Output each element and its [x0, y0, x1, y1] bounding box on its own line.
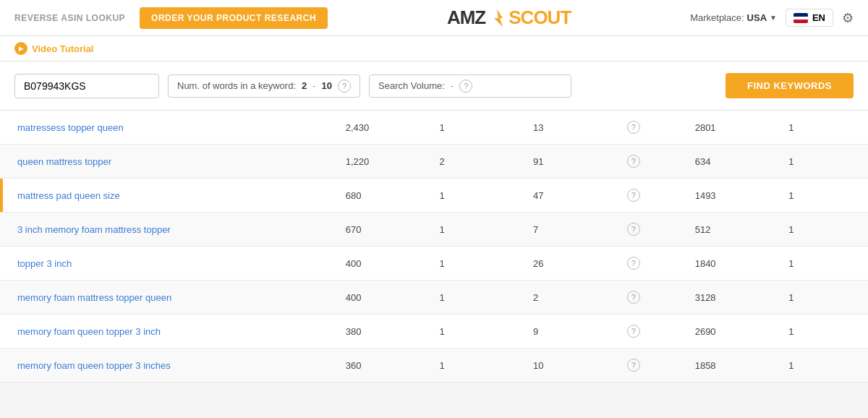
svg-marker-0	[494, 9, 503, 27]
keyword-max: 10	[322, 80, 332, 91]
num-cell: 1	[774, 145, 868, 179]
num-cell: 1,220	[331, 145, 425, 179]
video-tutorial-label: Video Tutorial	[32, 43, 93, 54]
search-volume-help-icon[interactable]: ?	[459, 80, 472, 93]
num-cell: 512	[681, 213, 775, 247]
keyword-cell[interactable]: mattress pad queen size	[3, 179, 331, 213]
settings-icon[interactable]: ⚙	[842, 10, 854, 26]
logo-icon	[487, 8, 507, 28]
keyword-range-sep: -	[312, 80, 315, 91]
num-cell: 380	[331, 315, 425, 349]
table-row: queen mattress topper1,220291?6341	[0, 145, 868, 179]
keyword-cell[interactable]: memory foam queen topper 3 inches	[3, 349, 331, 383]
keyword-cell[interactable]: memory foam queen topper 3 inch	[3, 315, 331, 349]
num-cell: 9	[519, 315, 613, 349]
num-cell: 10	[519, 349, 613, 383]
row-help-icon[interactable]: ?	[627, 223, 640, 236]
num-cell: 1840	[681, 247, 775, 281]
find-keywords-button[interactable]: FIND KEYWORDS	[726, 73, 854, 98]
help-icon-cell: ?	[613, 111, 681, 145]
keyword-min: 2	[302, 80, 307, 91]
num-cell: 1	[774, 315, 868, 349]
num-cell: 2	[425, 145, 519, 179]
marketplace-label: Marketplace:	[690, 12, 744, 23]
logo-amz-text: AMZ	[447, 7, 485, 29]
row-help-icon[interactable]: ?	[627, 359, 640, 372]
num-cell: 7	[519, 213, 613, 247]
keyword-cell[interactable]: 3 inch memory foam mattress topper	[3, 213, 331, 247]
help-icon-cell: ?	[613, 315, 681, 349]
flag-icon	[793, 13, 808, 23]
row-help-icon[interactable]: ?	[627, 325, 640, 338]
keyword-cell[interactable]: queen mattress topper	[3, 145, 331, 179]
num-cell: 1	[425, 213, 519, 247]
num-cell: 1	[425, 111, 519, 145]
num-cell: 1	[425, 247, 519, 281]
row-help-icon[interactable]: ?	[627, 155, 640, 168]
row-help-icon[interactable]: ?	[627, 257, 640, 270]
help-icon-cell: ?	[613, 179, 681, 213]
marketplace-value: USA	[747, 12, 767, 23]
table-row: topper 3 inch400126?18401	[0, 247, 868, 281]
table-row: 3 inch memory foam mattress topper67017?…	[0, 213, 868, 247]
results-table: matressess topper queen2,430113?28011que…	[0, 111, 868, 383]
row-help-icon[interactable]: ?	[627, 291, 640, 304]
marketplace-selector[interactable]: Marketplace: USA ▼	[690, 12, 777, 23]
num-cell: 47	[519, 179, 613, 213]
num-cell: 1	[774, 281, 868, 315]
table-row: memory foam queen topper 3 inches360110?…	[0, 349, 868, 383]
search-bar: Num. of words in a keyword: 2 - 10 ? Sea…	[0, 61, 868, 111]
num-cell: 1	[774, 213, 868, 247]
num-cell: 2801	[681, 111, 775, 145]
header-left: REVERSE ASIN LOOKUP ORDER YOUR PRODUCT R…	[14, 7, 328, 29]
language-button[interactable]: EN	[786, 9, 833, 27]
help-icon-cell: ?	[613, 281, 681, 315]
table-row: matressess topper queen2,430113?28011	[0, 111, 868, 145]
help-icon-cell: ?	[613, 349, 681, 383]
num-cell: 1	[425, 281, 519, 315]
num-cell: 1	[425, 349, 519, 383]
keyword-cell[interactable]: memory foam mattress topper queen	[3, 281, 331, 315]
marketplace-dropdown-icon: ▼	[770, 14, 777, 22]
help-icon-cell: ?	[613, 213, 681, 247]
search-volume-control: Search Volume: - ?	[369, 74, 571, 98]
help-icon-cell: ?	[613, 247, 681, 281]
search-volume-label: Search Volume:	[378, 80, 445, 91]
num-cell: 1	[774, 247, 868, 281]
header-right: Marketplace: USA ▼ EN ⚙	[690, 9, 854, 27]
search-volume-dash: -	[451, 80, 454, 91]
keyword-cell[interactable]: topper 3 inch	[3, 247, 331, 281]
header: REVERSE ASIN LOOKUP ORDER YOUR PRODUCT R…	[0, 0, 868, 36]
num-cell: 1	[425, 315, 519, 349]
reverse-asin-label: REVERSE ASIN LOOKUP	[14, 13, 125, 23]
num-cell: 26	[519, 247, 613, 281]
video-tutorial-link[interactable]: ▶ Video Tutorial	[14, 42, 854, 55]
num-cell: 2690	[681, 315, 775, 349]
num-cell: 1	[774, 179, 868, 213]
row-help-icon[interactable]: ?	[627, 121, 640, 134]
num-cell: 360	[331, 349, 425, 383]
lang-code: EN	[812, 12, 825, 23]
num-cell: 13	[519, 111, 613, 145]
order-product-research-button[interactable]: ORDER YOUR PRODUCT RESEARCH	[140, 7, 328, 29]
play-icon: ▶	[14, 42, 27, 55]
num-cell: 1	[774, 349, 868, 383]
num-cell: 1493	[681, 179, 775, 213]
asin-input[interactable]	[14, 74, 159, 98]
logo: AMZ SCOUT	[447, 7, 571, 29]
row-help-icon[interactable]: ?	[627, 189, 640, 202]
keyword-range-help-icon[interactable]: ?	[338, 80, 351, 93]
num-cell: 1858	[681, 349, 775, 383]
logo-scout-text: SCOUT	[509, 7, 571, 29]
table-row: mattress pad queen size680147?14931	[0, 179, 868, 213]
num-cell: 1	[774, 111, 868, 145]
num-cell: 1	[425, 179, 519, 213]
num-cell: 680	[331, 179, 425, 213]
keyword-cell[interactable]: matressess topper queen	[3, 111, 331, 145]
num-cell: 400	[331, 247, 425, 281]
num-cell: 3128	[681, 281, 775, 315]
num-cell: 670	[331, 213, 425, 247]
table-row: memory foam mattress topper queen40012?3…	[0, 281, 868, 315]
num-cell: 634	[681, 145, 775, 179]
num-cell: 91	[519, 145, 613, 179]
